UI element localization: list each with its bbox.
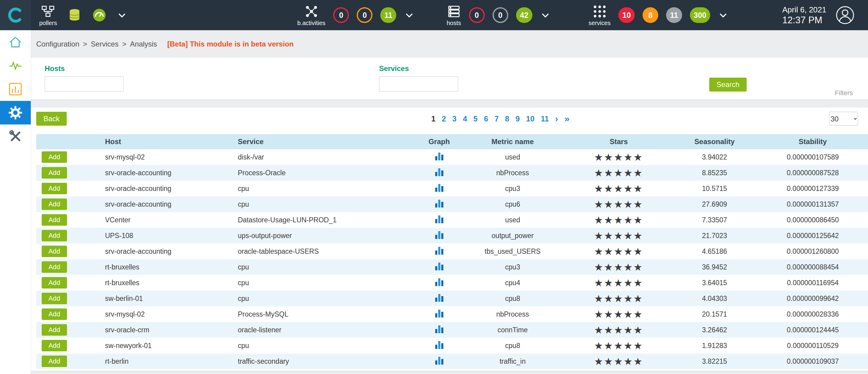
centreon-logo[interactable] bbox=[0, 0, 31, 30]
pagination-page-link[interactable]: 9 bbox=[516, 115, 520, 123]
pagination-next-icon[interactable]: › bbox=[555, 114, 558, 123]
services-chevron-down-icon[interactable] bbox=[718, 10, 728, 20]
metric-name-cell: cpu3 bbox=[459, 259, 566, 275]
pagination-page-link[interactable]: 7 bbox=[494, 115, 499, 123]
host-cell: srv-oracle-crm bbox=[105, 322, 238, 338]
graph-icon[interactable] bbox=[435, 309, 443, 317]
status-count-badge[interactable]: 10 bbox=[618, 7, 635, 23]
seasonality-cell: 7.33507 bbox=[672, 212, 757, 228]
hosts-menu-item[interactable]: hosts bbox=[447, 4, 461, 26]
add-column-header bbox=[36, 134, 105, 149]
service-column-header: Service bbox=[238, 134, 419, 149]
host-cell: UPS-108 bbox=[105, 228, 238, 243]
services-filter-input[interactable] bbox=[379, 77, 458, 91]
sidebar-item-home[interactable] bbox=[0, 30, 31, 54]
status-count-badge[interactable]: 0 bbox=[333, 7, 349, 23]
status-count-badge[interactable]: 42 bbox=[516, 7, 532, 23]
status-count-badge[interactable]: 11 bbox=[666, 7, 682, 23]
pagination-page-link[interactable]: 3 bbox=[453, 115, 457, 123]
graph-icon[interactable] bbox=[435, 293, 443, 302]
stability-cell: 0.000000109037 bbox=[757, 353, 868, 369]
search-button[interactable]: Search bbox=[709, 78, 747, 91]
stars-rating: ★★★★★ bbox=[566, 243, 672, 259]
add-button[interactable]: Add bbox=[42, 151, 67, 163]
service-cell: disk-/var bbox=[238, 149, 419, 165]
metric-name-cell: output_power bbox=[459, 228, 566, 243]
breadcrumb-configuration[interactable]: Configuration bbox=[36, 40, 80, 48]
breadcrumb-services[interactable]: Services bbox=[91, 40, 119, 48]
status-count-badge[interactable]: 11 bbox=[380, 7, 396, 23]
services-label: services bbox=[589, 20, 611, 26]
latency-gauge-icon[interactable] bbox=[92, 8, 106, 22]
sidebar-item-reporting[interactable] bbox=[0, 77, 31, 101]
graph-icon[interactable] bbox=[435, 168, 443, 176]
status-count-badge[interactable]: 0 bbox=[357, 7, 372, 23]
database-status-icon[interactable] bbox=[67, 8, 82, 22]
pagination-page-link[interactable]: 11 bbox=[541, 115, 549, 123]
graph-icon[interactable] bbox=[435, 230, 443, 239]
pagination-page-link[interactable]: 5 bbox=[473, 115, 478, 123]
graph-icon[interactable] bbox=[435, 262, 443, 270]
business-activities-menu-item[interactable]: b.activities bbox=[297, 4, 326, 26]
seasonality-cell: 3.94022 bbox=[672, 149, 757, 165]
graph-icon[interactable] bbox=[435, 199, 443, 207]
graph-icon[interactable] bbox=[435, 215, 443, 223]
topbar: pollers b.activities 0011 bbox=[0, 0, 868, 30]
poller-chevron-down-icon[interactable] bbox=[117, 10, 127, 20]
add-button[interactable]: Add bbox=[42, 183, 67, 194]
sidebar-item-configuration[interactable] bbox=[0, 101, 31, 124]
pagination-page-link[interactable]: 2 bbox=[442, 115, 446, 123]
add-button[interactable]: Add bbox=[42, 214, 67, 226]
add-button[interactable]: Add bbox=[42, 293, 67, 304]
graph-icon[interactable] bbox=[435, 246, 443, 255]
hosts-filter-input[interactable] bbox=[45, 77, 124, 91]
graph-icon[interactable] bbox=[435, 341, 443, 349]
sidebar-item-administration[interactable] bbox=[0, 124, 31, 148]
pagination-last-icon[interactable]: » bbox=[564, 114, 569, 123]
status-count-badge[interactable]: 8 bbox=[643, 7, 658, 23]
add-button[interactable]: Add bbox=[42, 355, 67, 367]
service-cell: oracle-tablespace-USERS bbox=[238, 243, 419, 259]
add-button[interactable]: Add bbox=[42, 309, 67, 320]
host-cell: srv-oracle-accounting bbox=[105, 181, 238, 196]
metric-name-cell: cpu8 bbox=[459, 291, 566, 306]
add-button[interactable]: Add bbox=[42, 340, 67, 351]
metric-name-column-header: Metric name bbox=[459, 134, 566, 149]
graph-icon[interactable] bbox=[435, 183, 443, 192]
host-cell: rt-bruxelles bbox=[105, 259, 238, 275]
hosts-chevron-down-icon[interactable] bbox=[540, 10, 551, 20]
pagination-page-link[interactable]: 4 bbox=[463, 115, 467, 123]
add-button[interactable]: Add bbox=[42, 230, 67, 241]
business-activities-chevron-down-icon[interactable] bbox=[404, 10, 414, 20]
add-button[interactable]: Add bbox=[42, 199, 67, 210]
page-size-select[interactable]: 30 bbox=[829, 112, 858, 126]
status-count-badge[interactable]: 0 bbox=[493, 7, 508, 23]
seasonality-cell: 27.6909 bbox=[672, 196, 757, 212]
service-cell: cpu bbox=[238, 181, 419, 196]
pagination-page-link[interactable]: 8 bbox=[505, 115, 509, 123]
add-button[interactable]: Add bbox=[42, 277, 67, 288]
status-count-badge[interactable]: 0 bbox=[469, 7, 485, 23]
pollers-menu-item[interactable]: pollers bbox=[39, 4, 57, 26]
add-button[interactable]: Add bbox=[42, 246, 67, 257]
stars-column-header: Stars bbox=[566, 134, 672, 149]
graph-icon[interactable] bbox=[435, 152, 443, 161]
sidebar-item-monitoring[interactable] bbox=[0, 54, 31, 77]
host-cell: srv-oracle-accounting bbox=[105, 165, 238, 181]
table-row: Addsrv-oracle-accountingProcess-Oraclenb… bbox=[36, 165, 868, 181]
user-menu[interactable] bbox=[835, 0, 855, 30]
metric-name-cell: cpu6 bbox=[459, 196, 566, 212]
add-button[interactable]: Add bbox=[42, 167, 67, 178]
graph-icon[interactable] bbox=[435, 278, 443, 286]
services-menu-item[interactable]: services bbox=[589, 4, 611, 26]
back-button[interactable]: Back bbox=[36, 112, 67, 126]
stability-column-header: Stability bbox=[757, 134, 868, 149]
status-count-badge[interactable]: 300 bbox=[690, 7, 710, 23]
add-button[interactable]: Add bbox=[42, 261, 67, 273]
host-column-header: Host bbox=[105, 134, 238, 149]
pagination-page-link[interactable]: 10 bbox=[526, 115, 534, 123]
pagination-page-link[interactable]: 6 bbox=[484, 115, 488, 123]
add-button[interactable]: Add bbox=[42, 324, 67, 336]
graph-icon[interactable] bbox=[435, 356, 443, 365]
graph-icon[interactable] bbox=[435, 325, 443, 333]
